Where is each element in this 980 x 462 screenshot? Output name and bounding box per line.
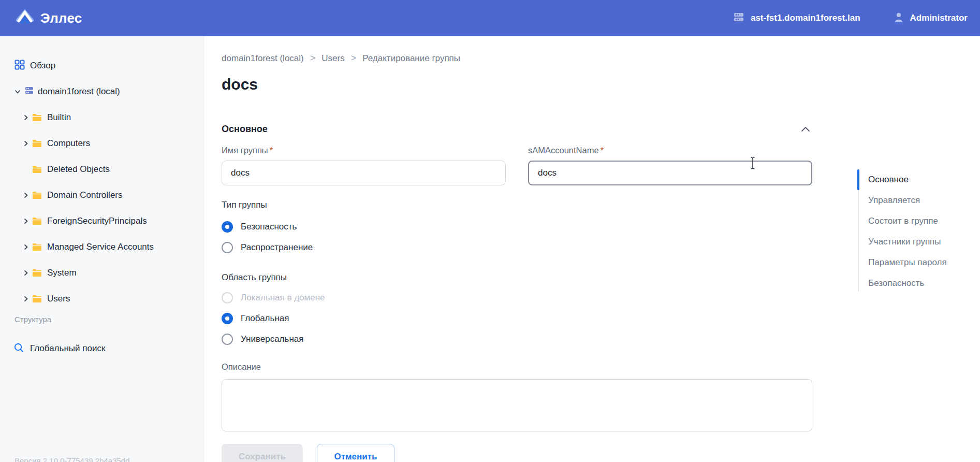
radio-option-distribution[interactable]: Распространение (222, 237, 812, 258)
save-button[interactable]: Сохранить (222, 444, 303, 462)
user-icon (894, 12, 904, 25)
breadcrumb-separator: > (310, 53, 316, 64)
cancel-button[interactable]: Отменить (317, 444, 394, 462)
server-icon (733, 11, 744, 25)
tree-item-label: Deleted Objects (47, 164, 110, 175)
chevron-down-icon[interactable] (14, 89, 21, 95)
folder-icon (32, 113, 42, 122)
chevron-right-icon[interactable] (23, 218, 29, 224)
sidebar-overview-label: Обзор (30, 61, 55, 71)
folder-icon (32, 269, 42, 277)
tree-node-domain-controllers[interactable]: Domain Controllers (0, 182, 203, 208)
tree-item-label: Builtin (47, 112, 71, 123)
group-type-label: Тип группы (222, 200, 812, 211)
group-name-label: Имя группы* (222, 146, 506, 157)
chevron-right-icon[interactable] (23, 192, 29, 198)
tree-node-builtin[interactable]: Builtin (0, 105, 203, 131)
tree-item-label: System (47, 268, 77, 278)
breadcrumb: domain1forest (local) > Users > Редактир… (222, 53, 460, 64)
radio-unselected-icon[interactable] (222, 334, 233, 345)
required-mark: * (270, 146, 273, 155)
chevron-right-icon[interactable] (23, 140, 29, 147)
radio-selected-icon[interactable] (222, 313, 233, 324)
grid-icon (14, 60, 25, 73)
anchor-item-security[interactable]: Безопасность (868, 273, 947, 294)
sidebar: Обзор domain1forest (local) Builtin (0, 36, 204, 462)
anchor-item-managed-by[interactable]: Управляется (868, 190, 947, 211)
radio-option-global[interactable]: Глобальная (222, 308, 812, 329)
main-content: domain1forest (local) > Users > Редактир… (204, 36, 980, 462)
tree-node-users[interactable]: Users (0, 286, 203, 312)
radio-disabled-icon (222, 292, 233, 304)
domain-icon (25, 86, 34, 97)
chevron-right-icon[interactable] (23, 296, 29, 302)
tree-root-label: domain1forest (local) (38, 86, 120, 97)
tree-node-computers[interactable]: Computers (0, 131, 203, 156)
app-version: Версия 2.10.0-775439.2b4a35dd (14, 456, 130, 462)
tree-item-label: Computers (47, 138, 90, 149)
breadcrumb-item-current: Редактирование группы (362, 53, 460, 64)
folder-icon (32, 139, 42, 148)
group-scope-label: Область группы (222, 272, 812, 284)
radio-option-universal[interactable]: Универсальная (222, 329, 812, 350)
form-actions: Сохранить Отменить (222, 444, 812, 462)
sidebar-item-global-search[interactable]: Глобальный поиск (0, 336, 203, 362)
collapse-section-button[interactable] (801, 126, 810, 132)
tree-item-label: Domain Controllers (47, 190, 123, 200)
radio-option-security[interactable]: Безопасность (222, 216, 812, 237)
radio-unselected-icon[interactable] (222, 242, 233, 253)
radio-option-domain-local: Локальная в домене (222, 287, 812, 308)
tree-node-foreign-security-principals[interactable]: ForeignSecurityPrincipals (0, 208, 203, 234)
folder-icon (32, 295, 42, 303)
user-name: Administrator (910, 13, 968, 23)
server-name: ast-fst1.domain1forest.lan (751, 13, 860, 23)
tree-node-managed-service-accounts[interactable]: Managed Service Accounts (0, 234, 203, 260)
description-textarea[interactable] (222, 379, 812, 431)
user-menu[interactable]: Administrator (894, 12, 968, 25)
tree-node-domain-root[interactable]: domain1forest (local) (0, 79, 203, 105)
folder-icon (32, 217, 42, 225)
description-label: Описание (222, 362, 812, 373)
folder-icon (32, 165, 42, 174)
group-type-options: Безопасность Распространение (222, 216, 812, 258)
required-mark: * (601, 146, 604, 155)
tree-item-label: Managed Service Accounts (47, 242, 154, 252)
global-search-label: Глобальный поиск (30, 343, 105, 354)
section-title: Основное (222, 124, 268, 135)
logo-icon (16, 8, 34, 28)
breadcrumb-item-users[interactable]: Users (321, 53, 344, 64)
chevron-right-icon[interactable] (23, 270, 29, 276)
sidebar-section-label: Структура (0, 315, 203, 325)
field-group-name: Имя группы* (222, 146, 506, 185)
app-logo[interactable]: Эллес (16, 8, 82, 28)
anchor-item-password-params[interactable]: Параметры пароля (868, 252, 947, 273)
logo-title: Эллес (40, 10, 82, 26)
chevron-right-icon[interactable] (23, 114, 29, 121)
group-name-input[interactable] (222, 161, 506, 185)
anchor-item-main[interactable]: Основное (868, 169, 947, 190)
section-anchor-nav: Основное Управляется Состоит в группе Уч… (858, 169, 947, 294)
sam-account-input[interactable] (528, 161, 812, 185)
group-edit-form: Имя группы* sAMAccountName* Тип группы Б… (222, 146, 812, 462)
section-header-main: Основное (222, 124, 812, 135)
tree-node-system[interactable]: System (0, 260, 203, 286)
radio-selected-icon[interactable] (222, 221, 233, 233)
anchor-item-member-of[interactable]: Состоит в группе (868, 211, 947, 232)
server-selector[interactable]: ast-fst1.domain1forest.lan (733, 11, 860, 25)
field-sam-account-name: sAMAccountName* (528, 146, 812, 185)
sam-account-label: sAMAccountName* (528, 146, 812, 157)
sidebar-item-overview[interactable]: Обзор (0, 53, 203, 79)
tree-item-label: Users (47, 294, 70, 304)
app-window: Эллес ast-fst1.domain1forest.lan (0, 0, 980, 462)
page-title: docs (222, 76, 258, 93)
anchor-item-members[interactable]: Участники группы (868, 232, 947, 252)
anchor-active-indicator (857, 169, 859, 190)
tree-node-deleted-objects[interactable]: Deleted Objects (0, 156, 203, 182)
chevron-right-icon[interactable] (23, 244, 29, 250)
breadcrumb-separator: > (351, 53, 357, 64)
breadcrumb-item-domain[interactable]: domain1forest (local) (222, 53, 304, 64)
folder-icon (32, 191, 42, 199)
tree-item-label: ForeignSecurityPrincipals (47, 216, 147, 226)
folder-icon (32, 243, 42, 251)
search-icon (13, 342, 24, 355)
